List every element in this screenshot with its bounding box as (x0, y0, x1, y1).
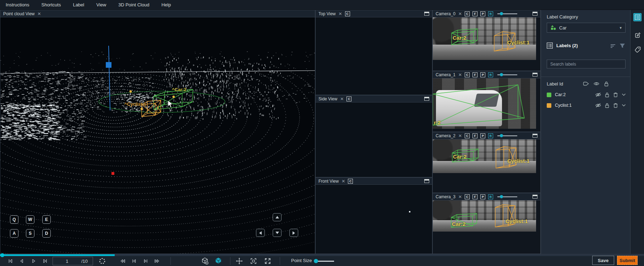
frame-scrubber-handle[interactable] (0, 253, 4, 257)
nav-up-button[interactable] (273, 213, 282, 221)
labels-panel-button[interactable] (633, 13, 642, 21)
fit-frame-button[interactable] (249, 257, 258, 265)
menu-view[interactable]: View (96, 2, 106, 7)
pointcloud-viewport[interactable]: ^Car:2 ^Cyclist:1 Q W E A S D (0, 17, 315, 254)
sort-icon[interactable] (610, 43, 616, 48)
eye-off-icon[interactable] (595, 103, 601, 108)
next-frame-button[interactable] (141, 257, 150, 265)
close-icon[interactable]: ✕ (342, 179, 345, 183)
toggle-b-button[interactable]: B (488, 194, 493, 199)
camera-2-image[interactable]: Car:2 Cyclist:1 (433, 139, 536, 173)
toggle-p-button[interactable]: P (480, 11, 485, 16)
move-tool-button[interactable] (235, 257, 244, 265)
toggle-c-button[interactable]: C (465, 72, 470, 77)
menu-label[interactable]: Label (73, 2, 84, 7)
camera-sync-button[interactable]: C (348, 179, 353, 184)
camera-sync-button[interactable]: C (345, 11, 350, 16)
key-d[interactable]: D (42, 229, 51, 238)
point-size-slider-handle[interactable] (314, 259, 318, 263)
key-w[interactable]: W (26, 215, 34, 224)
submit-button[interactable]: Submit (617, 256, 638, 265)
toggle-f-button[interactable]: F (473, 133, 477, 138)
nav-down-button[interactable] (273, 229, 282, 237)
close-icon[interactable]: ✕ (458, 12, 462, 16)
play-button[interactable] (29, 257, 38, 265)
maximize-icon[interactable] (533, 195, 537, 199)
nav-left-button[interactable] (256, 229, 265, 237)
frame-current[interactable]: 1 (53, 259, 81, 264)
maximize-icon[interactable] (533, 12, 537, 16)
menu-3d-point-cloud[interactable]: 3D Point Cloud (118, 2, 149, 7)
image-brightness-slider[interactable] (497, 13, 517, 14)
key-q[interactable]: Q (10, 215, 18, 224)
save-button[interactable]: Save (592, 256, 614, 265)
toggle-f-button[interactable]: F (473, 194, 477, 199)
filter-icon[interactable] (620, 43, 625, 48)
key-s[interactable]: S (26, 229, 34, 238)
trash-icon[interactable] (613, 103, 618, 108)
toggle-f-button[interactable]: F (473, 11, 477, 16)
toggle-p-button[interactable]: P (480, 194, 485, 199)
close-icon[interactable]: ✕ (458, 195, 462, 199)
toggle-b-button[interactable]: B (488, 72, 493, 77)
image-brightness-slider[interactable] (497, 74, 517, 75)
camera-3-image[interactable]: Car:2 Cyclist:1 (433, 200, 536, 232)
trash-icon[interactable] (613, 92, 618, 98)
close-icon[interactable]: ✕ (38, 12, 41, 16)
toggle-p-button[interactable]: P (480, 133, 485, 138)
camera-0-image[interactable]: Car:2 Cyclist:1 (433, 17, 536, 60)
maximize-icon[interactable] (424, 12, 429, 16)
maximize-icon[interactable] (533, 134, 537, 138)
nav-right-button[interactable] (289, 229, 298, 237)
edit-panel-button[interactable] (633, 31, 642, 39)
frame-scrubber-progress[interactable] (0, 254, 115, 256)
toggle-b-button[interactable]: B (488, 133, 493, 138)
eye-off-icon[interactable] (595, 92, 601, 97)
chevron-down-icon[interactable] (622, 93, 626, 96)
close-icon[interactable]: ✕ (340, 97, 344, 101)
lock-icon[interactable] (605, 103, 610, 108)
image-brightness-slider[interactable] (497, 135, 517, 136)
tags-panel-button[interactable] (633, 45, 642, 54)
close-icon[interactable]: ✕ (458, 134, 462, 138)
search-labels-input[interactable] (547, 60, 626, 68)
skip-to-start-button[interactable] (6, 257, 15, 265)
label-row-car[interactable]: Car:2 (547, 91, 626, 99)
eye-icon[interactable] (594, 81, 599, 86)
label-row-cyclist[interactable]: Cyclist:1 (547, 101, 626, 109)
frame-counter[interactable]: 1 /10 (53, 257, 93, 265)
lock-icon[interactable] (604, 81, 609, 87)
side-view-viewport[interactable] (316, 102, 432, 177)
add-cuboid-button[interactable] (201, 257, 209, 265)
menu-help[interactable]: Help (162, 2, 171, 7)
previous-button[interactable] (17, 257, 26, 265)
top-view-viewport[interactable] (316, 17, 432, 95)
chevron-down-icon[interactable] (622, 104, 626, 107)
front-view-viewport[interactable] (316, 185, 432, 254)
menu-shortcuts[interactable]: Shortcuts (41, 2, 61, 7)
toggle-c-button[interactable]: C (465, 194, 470, 199)
close-icon[interactable]: ✕ (458, 73, 462, 77)
edit-cuboid-button[interactable] (214, 257, 223, 265)
toggle-c-button[interactable]: C (465, 11, 470, 16)
skip-to-end-button[interactable] (41, 257, 49, 265)
camera-sync-button[interactable]: C (346, 96, 351, 101)
maximize-icon[interactable] (533, 73, 537, 77)
maximize-icon[interactable] (424, 97, 429, 101)
image-brightness-slider[interactable] (497, 196, 517, 197)
tag-icon[interactable] (583, 81, 589, 86)
fullscreen-button[interactable] (263, 257, 272, 265)
key-a[interactable]: A (10, 229, 18, 238)
close-icon[interactable]: ✕ (338, 12, 342, 16)
toggle-c-button[interactable]: C (465, 133, 470, 138)
fast-forward-button[interactable] (153, 257, 161, 265)
rewind-button[interactable] (119, 257, 127, 265)
lock-icon[interactable] (605, 92, 610, 98)
key-e[interactable]: E (42, 215, 51, 224)
toggle-b-button[interactable]: B (488, 11, 493, 16)
point-size-slider-track[interactable] (317, 261, 334, 262)
toggle-f-button[interactable]: F (473, 72, 477, 77)
camera-1-image[interactable]: r:2 (433, 78, 536, 129)
label-category-dropdown[interactable]: Car ▾ (547, 23, 626, 33)
toggle-p-button[interactable]: P (480, 72, 485, 77)
